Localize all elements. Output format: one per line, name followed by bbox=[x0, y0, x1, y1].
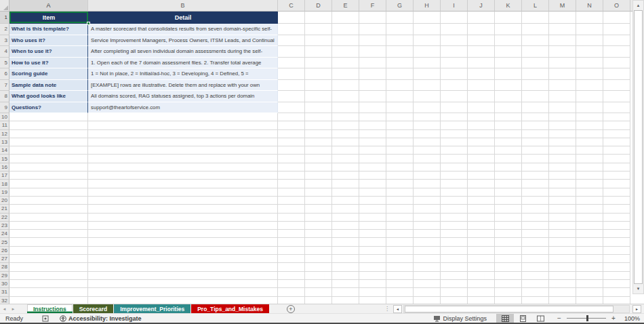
cell-A23[interactable] bbox=[9, 222, 88, 230]
cell-L32[interactable] bbox=[522, 297, 549, 304]
cell-M13[interactable] bbox=[549, 138, 576, 146]
cell-E25[interactable] bbox=[332, 238, 359, 246]
cell-M17[interactable] bbox=[549, 171, 576, 180]
cell-A14[interactable] bbox=[9, 146, 88, 155]
cell-C25[interactable] bbox=[278, 238, 305, 246]
cell-L25[interactable] bbox=[522, 238, 549, 246]
accessibility-status[interactable]: Accessibility: Investigate bbox=[60, 315, 142, 322]
cell-N31[interactable] bbox=[576, 288, 603, 296]
cell-C31[interactable] bbox=[278, 288, 305, 296]
cell-K31[interactable] bbox=[495, 288, 522, 296]
cell-J15[interactable] bbox=[468, 155, 495, 163]
cell-L29[interactable] bbox=[522, 272, 549, 280]
cell-H23[interactable] bbox=[414, 222, 441, 230]
cell-D6[interactable] bbox=[305, 68, 332, 80]
cell-K2[interactable] bbox=[495, 24, 522, 35]
cell-M31[interactable] bbox=[549, 288, 576, 296]
cell-D13[interactable] bbox=[305, 138, 332, 146]
cell-C17[interactable] bbox=[278, 171, 305, 180]
column-header-N[interactable]: N bbox=[576, 0, 603, 12]
cell-M20[interactable] bbox=[549, 197, 576, 205]
cell-C32[interactable] bbox=[278, 297, 305, 304]
cell-K10[interactable] bbox=[495, 113, 522, 121]
cell-F20[interactable] bbox=[359, 197, 386, 205]
cell-H25[interactable] bbox=[414, 238, 441, 246]
cell-K19[interactable] bbox=[495, 188, 522, 197]
cell-C23[interactable] bbox=[278, 222, 305, 230]
row-header-1[interactable]: 1 bbox=[0, 12, 9, 24]
cell-F30[interactable] bbox=[359, 280, 386, 288]
cell-K28[interactable] bbox=[495, 263, 522, 271]
cell-D8[interactable] bbox=[305, 91, 332, 102]
row-header-26[interactable]: 26 bbox=[0, 247, 9, 255]
cell-A1[interactable]: Item bbox=[9, 12, 88, 24]
cell-A29[interactable] bbox=[9, 272, 88, 280]
cell-A22[interactable] bbox=[9, 214, 88, 222]
cell-E19[interactable] bbox=[332, 188, 359, 197]
cell-F4[interactable] bbox=[359, 46, 386, 58]
cell-C16[interactable] bbox=[278, 163, 305, 171]
row-header-31[interactable]: 31 bbox=[0, 288, 9, 296]
cell-D29[interactable] bbox=[305, 272, 332, 280]
cell-F19[interactable] bbox=[359, 188, 386, 197]
cell-F24[interactable] bbox=[359, 230, 386, 238]
row-header-23[interactable]: 23 bbox=[0, 222, 9, 230]
cell-J25[interactable] bbox=[468, 238, 495, 246]
cell-M6[interactable] bbox=[549, 68, 576, 80]
cell-D1[interactable] bbox=[305, 12, 332, 24]
cell-N7[interactable] bbox=[576, 80, 603, 92]
cell-M16[interactable] bbox=[549, 163, 576, 171]
cell-N21[interactable] bbox=[576, 205, 603, 213]
cell-J17[interactable] bbox=[468, 171, 495, 180]
cell-B3[interactable]: Service Improvement Managers, Process Ow… bbox=[88, 35, 278, 47]
cell-L1[interactable] bbox=[522, 12, 549, 24]
cell-O16[interactable] bbox=[603, 163, 630, 171]
cell-K9[interactable] bbox=[495, 102, 522, 114]
cell-D21[interactable] bbox=[305, 205, 332, 213]
cell-H28[interactable] bbox=[414, 263, 441, 271]
cell-N27[interactable] bbox=[576, 255, 603, 263]
cell-I19[interactable] bbox=[441, 188, 468, 197]
cell-B11[interactable] bbox=[88, 121, 278, 129]
cell-H32[interactable] bbox=[414, 297, 441, 304]
cell-G13[interactable] bbox=[386, 138, 414, 146]
tab-pro_tips_and_mistakes[interactable]: Pro_Tips_and_Mistakes bbox=[191, 304, 269, 313]
cell-B12[interactable] bbox=[88, 130, 278, 138]
cell-B15[interactable] bbox=[88, 155, 278, 163]
cell-L7[interactable] bbox=[522, 80, 549, 92]
tab-splitter-icon[interactable]: ⋮ bbox=[384, 306, 390, 312]
cell-O31[interactable] bbox=[603, 288, 630, 296]
cell-O9[interactable] bbox=[603, 102, 630, 114]
column-header-I[interactable]: I bbox=[441, 0, 468, 12]
row-header-19[interactable]: 19 bbox=[0, 188, 9, 197]
macro-record-icon[interactable] bbox=[42, 315, 49, 322]
cell-O2[interactable] bbox=[603, 24, 630, 35]
horizontal-scrollbar-thumb[interactable] bbox=[405, 306, 613, 312]
cell-C3[interactable] bbox=[278, 35, 305, 47]
cell-B8[interactable]: All domains scored, RAG statuses assigne… bbox=[88, 91, 278, 102]
cell-H2[interactable] bbox=[414, 24, 441, 35]
cell-B10[interactable] bbox=[88, 113, 278, 121]
cell-G24[interactable] bbox=[386, 230, 414, 238]
cell-B2[interactable]: A master scorecard that consolidates res… bbox=[88, 24, 278, 35]
cell-L31[interactable] bbox=[522, 288, 549, 296]
cell-D16[interactable] bbox=[305, 163, 332, 171]
cell-I14[interactable] bbox=[441, 146, 468, 155]
column-header-F[interactable]: F bbox=[359, 0, 386, 12]
cell-F10[interactable] bbox=[359, 113, 386, 121]
cell-N2[interactable] bbox=[576, 24, 603, 35]
scroll-up-button[interactable]: ▲ bbox=[633, 1, 643, 10]
cell-E22[interactable] bbox=[332, 214, 359, 222]
cell-O6[interactable] bbox=[603, 68, 630, 80]
cell-D2[interactable] bbox=[305, 24, 332, 35]
cell-O29[interactable] bbox=[603, 272, 630, 280]
cell-E17[interactable] bbox=[332, 171, 359, 180]
cell-E14[interactable] bbox=[332, 146, 359, 155]
cell-A13[interactable] bbox=[9, 138, 88, 146]
cell-I7[interactable] bbox=[441, 80, 468, 92]
new-sheet-button[interactable]: + bbox=[287, 305, 295, 313]
cell-D30[interactable] bbox=[305, 280, 332, 288]
cell-F1[interactable] bbox=[359, 12, 386, 24]
cell-H5[interactable] bbox=[414, 58, 441, 69]
cell-G2[interactable] bbox=[386, 24, 414, 35]
